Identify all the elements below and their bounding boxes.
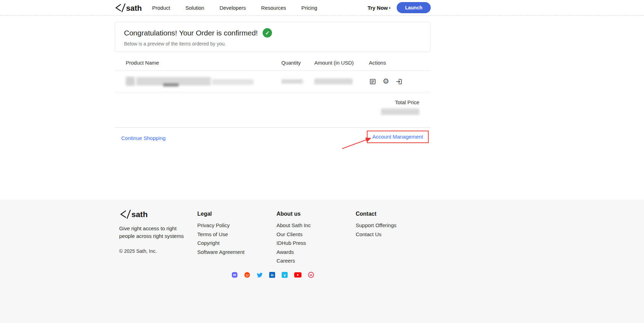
link-idhub-press[interactable]: IDHub Press [276, 240, 356, 247]
order-details-icon[interactable] [369, 78, 377, 85]
chevron-right-icon: › [389, 5, 391, 10]
site-footer: sath Give right access to right people a… [0, 200, 644, 323]
link-terms-of-use[interactable]: Terms of Use [197, 231, 276, 238]
legal-heading: Legal [197, 211, 276, 217]
account-management-link[interactable]: Account Management [372, 134, 423, 140]
footer-legal-column: Legal Privacy Policy Terms of Use Copyri… [197, 209, 276, 266]
nav-item-pricing[interactable]: Pricing [302, 5, 317, 11]
mastodon-icon[interactable]: m [232, 272, 238, 278]
col-amount: Amount (in USD) [314, 60, 369, 66]
footer-sath-logo[interactable]: sath [119, 209, 197, 221]
svg-text:v: v [283, 273, 286, 277]
order-confirmation-page: Congratulations! Your Order is confirmed… [115, 22, 431, 143]
link-privacy-policy[interactable]: Privacy Policy [197, 222, 276, 229]
success-check-icon: ✓ [263, 28, 272, 38]
sath-logo[interactable]: sath [115, 3, 142, 13]
footer-contact-column: Contact Support Offerings Contact Us [356, 209, 431, 266]
total-price-redacted [381, 108, 419, 115]
footer-links-row: Continue Shopping Account Management [115, 128, 431, 143]
try-now-label: Try Now [368, 5, 388, 11]
settings-gear-icon[interactable]: ⚙ [382, 78, 390, 85]
total-price-label: Total Price [115, 99, 419, 105]
brand-tagline: Give right access to right people across… [119, 225, 189, 240]
continue-shopping-link[interactable]: Continue Shopping [121, 135, 166, 141]
footer-brand-wordmark: sath [131, 210, 148, 219]
confirmation-card: Congratulations! Your Order is confirmed… [115, 22, 431, 52]
vimeo-icon[interactable]: v [282, 272, 288, 278]
nav-item-solution[interactable]: Solution [185, 5, 204, 11]
col-actions: Actions [369, 60, 431, 66]
top-nav: sath Product Solution Developers Resourc… [0, 0, 644, 16]
product-name-redacted [126, 76, 251, 87]
svg-text:m: m [233, 273, 236, 277]
table-row: ⚙ [115, 71, 431, 92]
footer-sath-logo-icon: sath [119, 209, 149, 219]
svg-text:in: in [271, 273, 273, 277]
linkedin-icon[interactable]: in [269, 272, 275, 278]
link-about-sath[interactable]: About Sath Inc [276, 222, 356, 229]
amount-redacted [314, 78, 353, 84]
main-menu: Product Solution Developers Resources Pr… [152, 5, 317, 11]
account-management-highlight-box: Account Management [367, 131, 429, 143]
link-software-agreement[interactable]: Software Agreement [197, 249, 276, 256]
link-contact-us[interactable]: Contact Us [356, 231, 431, 238]
col-product-name: Product Name [126, 60, 281, 66]
twitter-icon[interactable] [257, 272, 263, 278]
sath-logo-icon: sath [115, 3, 142, 13]
row-actions: ⚙ [369, 78, 431, 85]
about-heading: About us [276, 211, 356, 217]
link-our-clients[interactable]: Our Clients [276, 231, 356, 238]
launch-button[interactable]: Launch [397, 2, 431, 13]
link-copyright[interactable]: Copyright [197, 240, 276, 247]
nav-item-resources[interactable]: Resources [261, 5, 286, 11]
contact-heading: Contact [356, 211, 431, 217]
reddit-icon[interactable] [244, 272, 250, 278]
link-support-offerings[interactable]: Support Offerings [356, 222, 431, 229]
confirmation-title: Congratulations! Your Order is confirmed… [124, 29, 258, 37]
footer-brand-column: sath Give right access to right people a… [119, 209, 197, 266]
col-quantity: Quantity [281, 60, 314, 66]
confirmation-subtitle: Below is a preview of the items ordered … [124, 41, 421, 47]
link-careers[interactable]: Careers [276, 257, 356, 265]
total-price-block: Total Price [115, 99, 431, 115]
nav-item-product[interactable]: Product [152, 5, 170, 11]
social-links-row: m in v [115, 272, 431, 278]
nav-item-developers[interactable]: Developers [220, 5, 246, 11]
try-now-link[interactable]: Try Now › [368, 5, 390, 11]
order-table-header: Product Name Quantity Amount (in USD) Ac… [115, 52, 431, 71]
launch-app-icon[interactable] [395, 78, 403, 85]
quantity-redacted [281, 79, 303, 84]
copyright-text: © 2025 Sath, Inc. [119, 248, 197, 254]
brand-wordmark: sath [126, 3, 142, 12]
youtube-icon[interactable] [294, 272, 302, 278]
meetup-icon[interactable]: m [308, 272, 314, 278]
footer-about-column: About us About Sath Inc Our Clients IDHu… [276, 209, 356, 266]
link-awards[interactable]: Awards [276, 249, 356, 256]
svg-text:m: m [309, 273, 312, 277]
